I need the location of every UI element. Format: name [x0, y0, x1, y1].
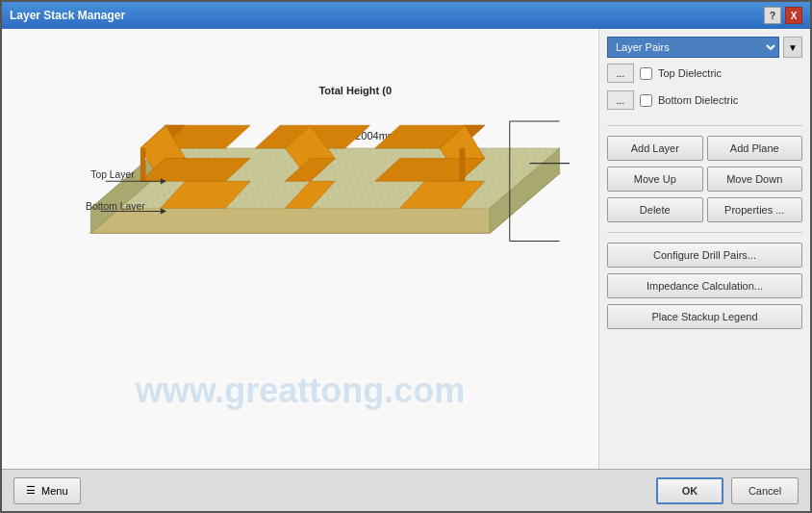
add-layer-button[interactable]: Add Layer — [607, 136, 703, 161]
bottom-bar: ☰ Menu OK Cancel — [2, 469, 810, 511]
right-panel: Layer Pairs ▼ ... Top Dielectric ... Bot… — [598, 29, 810, 469]
bottom-right-buttons: OK Cancel — [656, 477, 799, 504]
help-button[interactable]: ? — [764, 7, 781, 24]
layer-pairs-section: Layer Pairs ▼ ... Top Dielectric ... Bot… — [607, 37, 802, 112]
svg-text:Top Layer: Top Layer — [90, 169, 135, 180]
title-bar: Layer Stack Manager ? X — [2, 2, 810, 29]
cancel-button[interactable]: Cancel — [731, 477, 799, 504]
menu-icon: ☰ — [26, 484, 36, 497]
pcb-visualization: Top Layer Bottom Layer — [31, 48, 570, 298]
menu-button[interactable]: ☰ Menu — [13, 477, 81, 504]
top-dielectric-label: Top Dielectric — [658, 67, 722, 79]
properties-button[interactable]: Properties ... — [707, 197, 803, 222]
bottom-dielectric-label: Bottom Dielectric — [658, 94, 738, 106]
close-button[interactable]: X — [785, 7, 802, 24]
title-bar-controls: ? X — [764, 7, 802, 24]
top-dielectric-dots-button[interactable]: ... — [607, 64, 634, 83]
configure-drill-button[interactable]: Configure Drill Pairs... — [607, 243, 802, 268]
separator-2 — [607, 232, 802, 233]
dropdown-row: Layer Pairs ▼ — [607, 37, 802, 58]
move-down-button[interactable]: Move Down — [707, 167, 803, 192]
top-dielectric-checkbox[interactable] — [640, 67, 652, 80]
left-panel: Total Height (0 Core (0.32004mm — [2, 29, 598, 469]
delete-properties-grid: Delete Properties ... — [607, 197, 802, 222]
window-title: Layer Stack Manager — [10, 9, 125, 22]
top-dielectric-row: ... Top Dielectric — [607, 62, 802, 85]
main-window: Layer Stack Manager ? X Total Height (0 … — [0, 0, 812, 513]
svg-marker-13 — [140, 148, 145, 181]
svg-text:Bottom Layer: Bottom Layer — [86, 201, 145, 212]
content-area: Total Height (0 Core (0.32004mm — [2, 29, 810, 469]
layer-pairs-dropdown[interactable]: Layer Pairs — [607, 37, 779, 58]
ok-button[interactable]: OK — [656, 477, 723, 504]
menu-label: Menu — [41, 485, 68, 497]
pcb-svg: Top Layer Bottom Layer — [31, 48, 570, 298]
bottom-dielectric-row: ... Bottom Dielectric — [607, 89, 802, 112]
add-plane-button[interactable]: Add Plane — [707, 136, 803, 161]
watermark: www.greattong.com — [136, 371, 466, 411]
impedance-calculation-button[interactable]: Impedance Calculation... — [607, 273, 802, 298]
dropdown-arrow-icon[interactable]: ▼ — [783, 37, 802, 58]
place-stackup-button[interactable]: Place Stackup Legend — [607, 304, 802, 329]
move-buttons-grid: Move Up Move Down — [607, 167, 802, 192]
move-up-button[interactable]: Move Up — [607, 167, 703, 192]
bottom-dielectric-checkbox[interactable] — [640, 94, 652, 107]
delete-button[interactable]: Delete — [607, 197, 703, 222]
add-buttons-grid: Add Layer Add Plane — [607, 136, 802, 161]
bottom-dielectric-dots-button[interactable]: ... — [607, 90, 634, 110]
separator-1 — [607, 125, 802, 126]
svg-marker-22 — [460, 148, 465, 181]
